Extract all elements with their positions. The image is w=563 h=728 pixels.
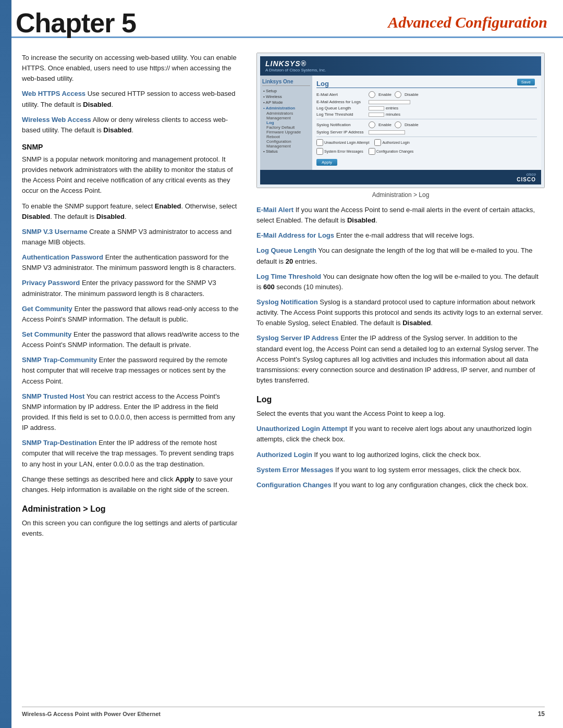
privacy-password-label: Privacy Password bbox=[22, 279, 80, 287]
get-community-para: Get Community Enter the password that al… bbox=[22, 304, 241, 325]
log-queue-input[interactable] bbox=[369, 106, 384, 110]
email-alert-enable-radio[interactable] bbox=[369, 91, 375, 98]
unauthorized-login-label: Unauthorized Login Attempt bbox=[256, 425, 347, 433]
system-error-checkbox-label[interactable]: System Error Messages bbox=[316, 148, 363, 155]
page-footer: Wireless-G Access Point with Power Over … bbox=[22, 707, 545, 718]
nav-administration[interactable]: • Administration bbox=[262, 105, 310, 111]
nav-log[interactable]: Log bbox=[262, 120, 310, 125]
wireless-web-para: Wireless Web Access Allow or deny wirele… bbox=[22, 115, 241, 135]
log-heading: Log bbox=[256, 395, 545, 404]
system-error-checkbox[interactable] bbox=[316, 148, 323, 155]
system-error-para: System Error Messages If you want to log… bbox=[256, 465, 545, 475]
web-https-disabled: Disabled bbox=[83, 101, 111, 108]
apply-button[interactable]: Apply bbox=[316, 159, 337, 166]
nav-firmware-upgrade[interactable]: Firmware Upgrade bbox=[262, 130, 310, 134]
set-community-label: Set Community bbox=[22, 330, 71, 338]
web-https-label: Web HTTPS Access bbox=[22, 90, 85, 97]
snmp-trap-dest-label: SNMP Trap-Destination bbox=[22, 439, 97, 447]
wireless-web-label: Wireless Web Access bbox=[22, 116, 91, 124]
checkboxes-row: Unauthorized Login Attempt Authorized Lo… bbox=[316, 139, 537, 146]
syslog-ip-label: Syslog Server IP Address bbox=[256, 334, 339, 342]
system-error-label: System Error Messages bbox=[256, 466, 333, 474]
snmp-trusted-host-para: SNMP Trusted Host You can restrict acces… bbox=[22, 391, 241, 434]
left-column: To increase the security on accessing we… bbox=[22, 53, 241, 544]
right-column: LINKSYS® A Division of Cisco Systems, In… bbox=[256, 53, 545, 544]
web-https-para: Web HTTPS Access Use secured HTTP sessio… bbox=[22, 89, 241, 109]
get-community-label: Get Community bbox=[22, 305, 72, 313]
syslog-row: Syslog Notification Enable Disable bbox=[316, 121, 537, 128]
authorized-login-checkbox[interactable] bbox=[374, 139, 381, 146]
snmp-heading: SNMP bbox=[22, 143, 241, 151]
wireless-web-disabled: Disabled bbox=[103, 126, 131, 134]
unauthorized-login-para: Unauthorized Login Attempt If you want t… bbox=[256, 424, 545, 445]
log-queue-label: Log Queue Length bbox=[256, 246, 316, 254]
log-time-input[interactable] bbox=[369, 113, 384, 117]
form-divider-2 bbox=[316, 137, 537, 137]
linksys-footer: cisco CISCO bbox=[260, 170, 541, 184]
email-address-form-label: E-Mail Address for Logs bbox=[316, 100, 369, 104]
config-changes-checkbox[interactable] bbox=[369, 148, 375, 155]
checkboxes-row-2: System Error Messages Configuration Chan… bbox=[316, 148, 537, 155]
syslog-ip-para: Syslog Server IP Address Enter the IP ad… bbox=[256, 333, 545, 386]
screenshot-box: LINKSYS® A Division of Cisco Systems, In… bbox=[256, 53, 545, 188]
log-time-row: Log Time Threshold minutes bbox=[316, 112, 537, 117]
linksys-sidebar: Linksys One • Setup • Wireless • AP Mode… bbox=[260, 76, 312, 170]
unauthorized-login-checkbox[interactable] bbox=[316, 139, 323, 146]
admin-log-intro: On this screen you can configure the log… bbox=[22, 518, 241, 539]
nav-config-management[interactable]: Configuration Management bbox=[262, 139, 310, 149]
screenshot-caption: Administration > Log bbox=[256, 191, 545, 199]
nav-reboot[interactable]: Reboot bbox=[262, 134, 310, 139]
log-time-label: Log Time Threshold bbox=[256, 273, 321, 280]
linksys-save-button[interactable]: Save bbox=[517, 79, 535, 85]
nav-administrators[interactable]: Administrators bbox=[262, 111, 310, 116]
blue-sidebar-bar bbox=[0, 0, 11, 728]
change-settings-para: Change these settings as described here … bbox=[22, 474, 241, 495]
footer-page-number: 15 bbox=[538, 710, 545, 718]
syslog-ip-row: Syslog Server IP Address bbox=[316, 130, 537, 134]
linksys-header: LINKSYS® A Division of Cisco Systems, In… bbox=[260, 56, 541, 76]
config-changes-para: Configuration Changes If you want to log… bbox=[256, 480, 545, 490]
log-time-para: Log Time Threshold You can designate how… bbox=[256, 272, 545, 292]
snmp-v3-para: SNMP V.3 Username Create a SNMP V3 admin… bbox=[22, 227, 241, 248]
log-intro: Select the events that you want the Acce… bbox=[256, 409, 545, 419]
email-alert-label: E-Mail Alert bbox=[256, 206, 293, 214]
nav-setup[interactable]: • Setup bbox=[262, 88, 310, 94]
main-content: To increase the security on accessing we… bbox=[0, 38, 563, 554]
email-alert-row: E-Mail Alert Enable Disable bbox=[316, 91, 537, 98]
config-changes-checkbox-label[interactable]: Configuration Changes bbox=[369, 148, 414, 155]
email-alert-form-label: E-Mail Alert bbox=[316, 92, 369, 97]
syslog-disable-radio[interactable] bbox=[395, 121, 401, 128]
linksys-page-title: Log bbox=[316, 80, 537, 88]
linksys-logo: LINKSYS® A Division of Cisco Systems, In… bbox=[265, 59, 326, 72]
set-community-para: Set Community Enter the password that al… bbox=[22, 329, 241, 350]
snmp-intro: SNMP is a popular network monitoring and… bbox=[22, 154, 241, 196]
email-alert-disable-radio[interactable] bbox=[395, 91, 401, 98]
cisco-logo: CISCO bbox=[517, 177, 536, 182]
linksys-brand: Linksys One bbox=[262, 79, 310, 86]
nav-status[interactable]: • Status bbox=[262, 149, 310, 154]
syslog-para: Syslog Notification Syslog is a standard… bbox=[256, 297, 545, 328]
snmp-trap-dest-para: SNMP Trap-Destination Enter the IP addre… bbox=[22, 438, 241, 469]
unauthorized-login-checkbox-label[interactable]: Unauthorized Login Attempt bbox=[316, 139, 369, 146]
linksys-form: E-Mail Alert Enable Disable E-Mail Addre… bbox=[316, 91, 537, 166]
authorized-login-para: Authorized Login If you want to log auth… bbox=[256, 450, 545, 460]
log-time-form-label: Log Time Threshold bbox=[316, 112, 369, 117]
nav-management[interactable]: Management bbox=[262, 116, 310, 120]
auth-password-para: Authentication Password Enter the authen… bbox=[22, 252, 241, 273]
syslog-enable-radio[interactable] bbox=[369, 121, 375, 128]
nav-wireless[interactable]: • Wireless bbox=[262, 94, 310, 100]
intro-paragraph: To increase the security on accessing we… bbox=[22, 53, 241, 84]
snmp-trap-community-label: SNMP Trap-Community bbox=[22, 356, 97, 364]
syslog-form-label: Syslog Notification bbox=[316, 122, 369, 127]
config-changes-label: Configuration Changes bbox=[256, 481, 332, 489]
auth-password-label: Authentication Password bbox=[22, 253, 103, 261]
email-address-input[interactable] bbox=[369, 100, 410, 104]
log-queue-form-label: Log Queue Length bbox=[316, 106, 369, 110]
form-divider bbox=[316, 119, 537, 119]
nav-factory-default[interactable]: Factory Default bbox=[262, 125, 310, 130]
nav-ap-mode[interactable]: • AP Mode bbox=[262, 100, 310, 105]
syslog-ip-input[interactable] bbox=[369, 130, 405, 134]
authorized-login-checkbox-label[interactable]: Authorized Login bbox=[374, 139, 410, 146]
linksys-ui-mockup: LINKSYS® A Division of Cisco Systems, In… bbox=[257, 53, 544, 188]
snmp-enable-para: To enable the SNMP support feature, sele… bbox=[22, 201, 241, 222]
